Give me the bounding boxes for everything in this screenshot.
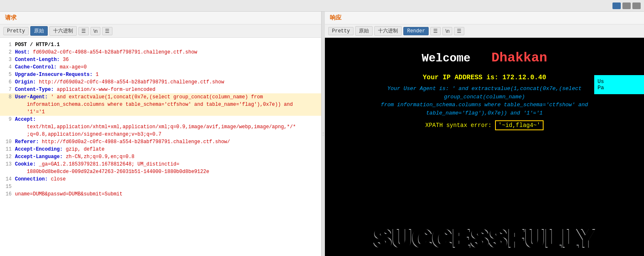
cyan-sidebar-box: Us Pa bbox=[594, 75, 644, 94]
hex-btn[interactable]: 十六进制 bbox=[49, 26, 77, 36]
request-toolbar: Pretty 原始 十六进制 ☰ \n ☰ bbox=[0, 24, 321, 38]
request-panel: 请求 Pretty 原始 十六进制 ☰ \n ☰ 1 POST / HTTP/1… bbox=[0, 12, 322, 256]
ip-address-label: Your IP ADDRESS is: 172.12.0.40 bbox=[333, 74, 636, 81]
code-line-13: 13 Cookie: _ga=GA1.2.1853979281.16788126… bbox=[0, 161, 321, 176]
code-line-8: 8 User-Agent: ' and extractvalue(1,conca… bbox=[0, 93, 321, 116]
resp-hex-btn[interactable]: 十六进制 bbox=[374, 26, 402, 36]
welcome-text: Welcome bbox=[422, 52, 471, 65]
main-layout: 请求 Pretty 原始 十六进制 ☰ \n ☰ 1 POST / HTTP/1… bbox=[0, 12, 644, 256]
menu-icon-btn[interactable]: ☰ bbox=[102, 27, 112, 35]
code-line-9: 9 Accept: text/html,application/xhtml+xm… bbox=[0, 116, 321, 138]
response-panel: 响应 Pretty 原始 十六进制 Render ☰ \n ☰ Welcome … bbox=[325, 12, 644, 256]
tile-icon[interactable] bbox=[612, 2, 621, 9]
code-line-10: 10 Referer: http://fd69d0a2-c0fc-4988-a5… bbox=[0, 138, 321, 146]
rendered-page: Welcome Dhakkan Us Pa Your IP ADDRESS is… bbox=[325, 38, 644, 256]
resp-render-btn[interactable]: Render bbox=[403, 27, 429, 35]
resp-list-icon-btn[interactable]: ☰ bbox=[430, 27, 441, 35]
response-toolbar: Pretty 原始 十六进制 Render ☰ \n ☰ bbox=[325, 24, 644, 38]
panel-divider[interactable]: ⋮ bbox=[322, 12, 325, 256]
response-rendered-content: Welcome Dhakkan Us Pa Your IP ADDRESS is… bbox=[325, 38, 644, 256]
code-line-6: 6 Origin: http://fd69d0a2-c0fc-4988-a554… bbox=[0, 78, 321, 86]
pretty-btn[interactable]: Pretty bbox=[3, 27, 29, 35]
code-line-16: 16 uname=DUMB&passwd=DUMB&submit=Submit bbox=[0, 190, 321, 198]
cyan-box-line2: Pa bbox=[598, 85, 641, 91]
request-header: 请求 bbox=[0, 12, 321, 24]
resp-pretty-btn[interactable]: Pretty bbox=[328, 27, 354, 35]
top-bar bbox=[0, 0, 644, 12]
list-icon-btn[interactable]: ☰ bbox=[78, 27, 89, 35]
code-line-12: 12 Accept-Language: zh-CN,zh;q=0.9,en;q=… bbox=[0, 153, 321, 161]
response-header: 响应 bbox=[325, 12, 644, 24]
close-icon[interactable] bbox=[632, 2, 641, 9]
code-line-3: 3 Content-Length: 36 bbox=[0, 56, 321, 63]
code-line-11: 11 Accept-Encoding: gzip, deflate bbox=[0, 146, 321, 153]
code-line-2: 2 Host: fd69d0a2-c0fc-4988-a554-b28abf79… bbox=[0, 49, 321, 56]
newline-icon-btn[interactable]: \n bbox=[90, 27, 100, 35]
xpath-error-area: XPATH syntax error: '~id,flag4~' bbox=[333, 120, 636, 130]
resp-menu-icon-btn[interactable]: ☰ bbox=[454, 27, 464, 35]
code-line-7: 7 Content-Type: application/x-www-form-u… bbox=[0, 86, 321, 93]
code-line-1: 1 POST / HTTP/1.1 bbox=[0, 41, 321, 49]
brand-text: Dhakkan bbox=[491, 50, 547, 66]
code-line-4: 4 Cache-Control: max-age=0 bbox=[0, 63, 321, 71]
user-agent-label: Your User Agent is: ' and extractvalue(1… bbox=[333, 85, 636, 117]
window-controls bbox=[612, 2, 641, 9]
code-line-5: 5 Upgrade-Insecure-Requests: 1 bbox=[0, 71, 321, 78]
cyan-box-line1: Us bbox=[598, 78, 641, 85]
raw-btn[interactable]: 原始 bbox=[30, 26, 48, 36]
request-code-area[interactable]: 1 POST / HTTP/1.1 2 Host: fd69d0a2-c0fc-… bbox=[0, 38, 321, 256]
resp-raw-btn[interactable]: 原始 bbox=[355, 26, 373, 36]
successfully-text: SUCCESSFULLY bbox=[325, 223, 644, 256]
minimize-icon[interactable] bbox=[622, 2, 631, 9]
xpath-highlight: '~id,flag4~' bbox=[495, 120, 544, 130]
code-line-15: 15 bbox=[0, 183, 321, 190]
resp-newline-icon-btn[interactable]: \n bbox=[442, 27, 452, 35]
welcome-area: Welcome Dhakkan bbox=[422, 50, 547, 66]
code-line-14: 14 Connection: close bbox=[0, 176, 321, 183]
